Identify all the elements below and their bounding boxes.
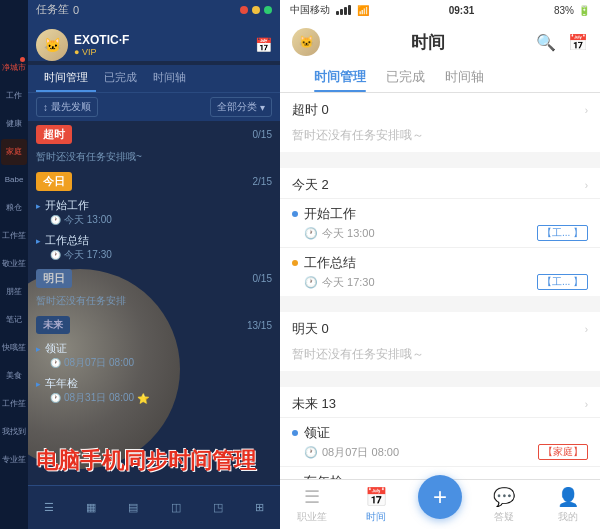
bottom-grid2-icon[interactable]: ▤ xyxy=(128,501,138,514)
right-task-start-work[interactable]: 开始工作 🕐 今天 13:00 【工... 】 xyxy=(280,198,600,247)
sidebar-item-food[interactable]: 美食 xyxy=(1,363,27,389)
left-panel: 净城市 工作 健康 家庭 Babe 粮仓 工作笙 敬业笙 朋笙 笔记 快哦笙 美… xyxy=(0,0,280,529)
clock-icon-3: 🕐 xyxy=(50,358,61,368)
sidebar-item-quick[interactable]: 快哦笙 xyxy=(1,335,27,361)
minimize-dot[interactable] xyxy=(252,6,260,14)
right-section-overtime: 超时 0 › 暂时还没有任务安排哦～ xyxy=(280,93,600,152)
search-icon[interactable]: 🔍 xyxy=(536,33,556,52)
right-today-header[interactable]: 今天 2 › xyxy=(280,168,600,198)
sidebar-item-pro[interactable]: 专业笙 xyxy=(1,447,27,473)
nav-item-profile[interactable]: 👤 我的 xyxy=(536,486,600,524)
sidebar-item-jingcheng[interactable]: 净城市 xyxy=(1,55,27,81)
overtime-empty: 暂时还没有任务安排哦~ xyxy=(28,148,280,168)
right-overtime-empty: 暂时还没有任务安排哦～ xyxy=(280,123,600,152)
app-dot-count: 0 xyxy=(73,4,79,16)
nav-worksong-icon: ☰ xyxy=(304,486,320,508)
today-tag: 今日 xyxy=(36,172,72,191)
task-work-summary-title: 工作总结 xyxy=(36,233,272,248)
right-tomorrow-header[interactable]: 明天 0 › xyxy=(280,312,600,342)
tomorrow-tag: 明日 xyxy=(36,269,72,288)
nav-qa-icon: 💬 xyxy=(493,486,515,508)
task-start-work-title: 开始工作 xyxy=(36,198,272,213)
nav-item-qa[interactable]: 💬 答疑 xyxy=(472,486,536,524)
clock-icon-r2: 🕐 xyxy=(304,276,318,289)
tab-time-management[interactable]: 时间管理 xyxy=(36,65,96,92)
overlay-banner: 电脑手机同步时间管理 xyxy=(36,448,272,474)
sidebar-item-found[interactable]: 我找到 xyxy=(1,419,27,445)
task-work-summary[interactable]: 工作总结 🕐 今天 17:30 xyxy=(28,230,280,265)
nav-qa-label: 答疑 xyxy=(494,510,514,524)
right-task-cert-sub: 🕐 08月07日 08:00 【家庭】 xyxy=(292,444,588,460)
right-task-cert[interactable]: 领证 🕐 08月07日 08:00 【家庭】 xyxy=(280,417,600,466)
right-task-start-work-title: 开始工作 xyxy=(292,205,588,223)
signal-bar-1 xyxy=(336,11,339,15)
divider-2 xyxy=(280,304,600,312)
sidebar-item-health[interactable]: 健康 xyxy=(1,111,27,137)
battery-level: 83% xyxy=(554,5,574,16)
dot-orange-1 xyxy=(292,260,298,266)
right-tab-timeline[interactable]: 时间轴 xyxy=(435,62,494,92)
right-tab-time-management[interactable]: 时间管理 xyxy=(304,62,376,92)
sidebar-item-friends[interactable]: 朋笙 xyxy=(1,279,27,305)
sidebar-item-work2[interactable]: 工作笙 xyxy=(1,391,27,417)
nav-item-worksong[interactable]: ☰ 职业笙 xyxy=(280,486,344,524)
right-future-label: 未来 13 xyxy=(292,395,336,413)
user-text: EXOTIC·F ● VIP xyxy=(74,33,129,57)
right-task-work-summary-title: 工作总结 xyxy=(292,254,588,272)
right-task-work-summary[interactable]: 工作总结 🕐 今天 17:30 【工... 】 xyxy=(280,247,600,296)
sidebar-item-grain[interactable]: 粮仓 xyxy=(1,195,27,221)
tab-completed[interactable]: 已完成 xyxy=(96,65,145,92)
right-section-today: 今天 2 › 开始工作 🕐 今天 13:00 【工... 】 xyxy=(280,168,600,296)
task-cert[interactable]: 领证 🕐 08月07日 08:00 xyxy=(28,338,280,373)
nav-item-add[interactable]: + xyxy=(408,490,472,519)
bottom-grid4-icon[interactable]: ◳ xyxy=(213,501,223,514)
sort-icon: ↕ xyxy=(43,102,48,113)
sidebar-item-family[interactable]: 家庭 xyxy=(1,139,27,165)
sidebar-item-work[interactable]: 工作 xyxy=(1,83,27,109)
dot-blue-2 xyxy=(292,430,298,436)
dot-blue-1 xyxy=(292,211,298,217)
add-button[interactable]: + xyxy=(418,475,462,519)
bottom-grid5-icon[interactable]: ⊞ xyxy=(255,501,264,514)
left-tabs: 时间管理 已完成 时间轴 xyxy=(28,65,280,93)
sidebar-item-diligent[interactable]: 敬业笙 xyxy=(1,251,27,277)
task-car-inspect[interactable]: 车年检 🕐 08月31日 08:00 ⭐ xyxy=(28,373,280,408)
right-overtime-header[interactable]: 超时 0 › xyxy=(280,93,600,123)
sidebar-item-babe[interactable]: Babe xyxy=(1,167,27,193)
section-tomorrow: 明日 0/15 xyxy=(28,265,280,292)
sidebar-item-worksong[interactable]: 工作笙 xyxy=(1,223,27,249)
calendar-icon[interactable]: 📅 xyxy=(255,37,272,53)
category-button[interactable]: 全部分类 ▾ xyxy=(210,97,272,117)
right-tomorrow-label: 明天 0 xyxy=(292,320,329,338)
wifi-icon: 📶 xyxy=(357,5,369,16)
right-task-start-work-sub: 🕐 今天 13:00 【工... 】 xyxy=(292,225,588,241)
sort-button[interactable]: ↕ 最先发顺 xyxy=(36,97,98,117)
right-content: 超时 0 › 暂时还没有任务安排哦～ 今天 2 › 开始工作 🕐 今天 13:0… xyxy=(280,93,600,479)
right-future-header[interactable]: 未来 13 › xyxy=(280,387,600,417)
close-dot[interactable] xyxy=(240,6,248,14)
clock-icon: 🕐 xyxy=(50,215,61,225)
task-start-work[interactable]: 开始工作 🕐 今天 13:00 xyxy=(28,195,280,230)
bottom-grid3-icon[interactable]: ◫ xyxy=(171,501,181,514)
nav-item-time[interactable]: 📅 时间 xyxy=(344,486,408,524)
sidebar-item-notes[interactable]: 笔记 xyxy=(1,307,27,333)
banner-text: 电脑手机同步时间管理 xyxy=(36,448,272,474)
nav-profile-label: 我的 xyxy=(558,510,578,524)
right-tab-completed[interactable]: 已完成 xyxy=(376,62,435,92)
clock-icon-2: 🕐 xyxy=(50,250,61,260)
signal-bars xyxy=(336,5,351,15)
right-section-tomorrow: 明天 0 › 暂时还没有任务安排哦～ xyxy=(280,312,600,371)
bottom-menu-icon[interactable]: ☰ xyxy=(44,501,54,514)
tab-timeline[interactable]: 时间轴 xyxy=(145,65,194,92)
bottom-grid1-icon[interactable]: ▦ xyxy=(86,501,96,514)
chevron-down-icon: ▾ xyxy=(260,102,265,113)
right-task-work-summary-sub: 🕐 今天 17:30 【工... 】 xyxy=(292,274,588,290)
calendar-icon-right[interactable]: 📅 xyxy=(568,33,588,52)
nav-time-icon: 📅 xyxy=(365,486,387,508)
maximize-dot[interactable] xyxy=(264,6,272,14)
left-main-content: 任务笙 0 🐱 EXOTIC·F ● VIP 📅 xyxy=(28,0,280,529)
filter-bar: ↕ 最先发顺 全部分类 ▾ xyxy=(28,93,280,121)
task-car-inspect-time: 🕐 08月31日 08:00 ⭐ xyxy=(36,391,272,405)
right-tabs: 时间管理 已完成 时间轴 xyxy=(292,62,588,92)
right-header-top: 🐱 时间 🔍 📅 xyxy=(292,28,588,56)
